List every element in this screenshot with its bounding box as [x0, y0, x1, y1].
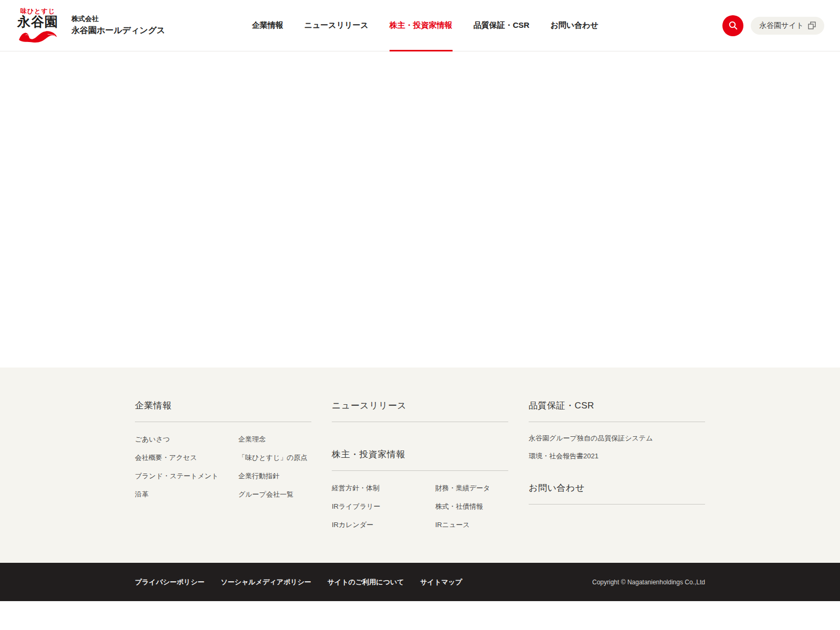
footer-link-management-policy[interactable]: 経営方針・体制: [332, 484, 380, 492]
footer-links-ir-right: 財務・業績データ 株式・社債情報 IRニュース: [435, 484, 508, 539]
footer-link-philosophy[interactable]: 企業理念: [238, 435, 266, 443]
footer-link-history[interactable]: 沿革: [135, 490, 149, 498]
nav-item-contact[interactable]: お問い合わせ: [550, 0, 598, 51]
nagatanien-site-button[interactable]: 永谷園サイト: [751, 17, 824, 35]
bottom-link-site-usage[interactable]: サイトのご利用について: [328, 578, 404, 587]
footer-column-csr-contact: 品質保証・CSR 永谷園グループ独自の品質保証システム 環境・社会報告書2021…: [529, 400, 705, 539]
footer-link-company-overview[interactable]: 会社概要・アクセス: [135, 454, 197, 461]
footer-link-ir-calendar[interactable]: IRカレンダー: [332, 521, 373, 529]
bottom-link-sitemap[interactable]: サイトマップ: [421, 578, 463, 587]
main-nav: 企業情報 ニュースリリース 株主・投資家情報 品質保証・CSR お問い合わせ: [252, 0, 598, 51]
divider: [529, 504, 705, 505]
divider: [135, 422, 311, 422]
footer-link-code-of-conduct[interactable]: 企業行動指針: [238, 472, 279, 480]
nav-item-csr[interactable]: 品質保証・CSR: [474, 0, 530, 51]
footer-heading-csr[interactable]: 品質保証・CSR: [529, 401, 594, 411]
nagatanien-site-button-label: 永谷園サイト: [759, 21, 804, 30]
footer-link-aji-hitosuji-origin[interactable]: 「味ひとすじ」の原点: [238, 454, 308, 461]
header: 味ひとすじ 永谷園 株式会社 永谷園ホールディングス 企業情報 ニュースリリース…: [0, 0, 840, 51]
main-content-empty: [0, 51, 840, 368]
divider: [332, 470, 508, 471]
footer: 企業情報 ごあいさつ 会社概要・アクセス ブランド・ステートメント 沿革 企業理…: [0, 368, 840, 563]
logo-brand-text: 永谷園: [17, 15, 58, 28]
footer-link-financial-data[interactable]: 財務・業績データ: [435, 484, 490, 492]
footer-links-ir-left: 経営方針・体制 IRライブラリー IRカレンダー: [332, 484, 435, 539]
footer-column-corporate: 企業情報 ごあいさつ 会社概要・アクセス ブランド・ステートメント 沿革 企業理…: [135, 400, 311, 539]
company-name: 株式会社 永谷園ホールディングス: [71, 14, 165, 36]
bottom-link-social-media-policy[interactable]: ソーシャルメディアポリシー: [220, 578, 311, 587]
footer-links-corporate-left: ごあいさつ 会社概要・アクセス ブランド・ステートメント 沿革: [135, 435, 238, 508]
footer-heading-ir[interactable]: 株主・投資家情報: [332, 448, 508, 460]
external-window-icon: [808, 22, 816, 29]
divider: [529, 422, 705, 422]
divider: [332, 422, 508, 422]
logo-tagline: 味ひとすじ: [17, 8, 58, 14]
bottom-link-privacy-policy[interactable]: プライバシーポリシー: [135, 578, 204, 587]
bottom-bar: プライバシーポリシー ソーシャルメディアポリシー サイトのご利用について サイト…: [0, 563, 840, 601]
copyright-text: Copyright © Nagatanienholdings Co.,Ltd: [592, 579, 705, 586]
footer-links-corporate-right: 企業理念 「味ひとすじ」の原点 企業行動指針 グループ会社一覧: [238, 435, 311, 508]
footer-heading-news[interactable]: ニュースリリース: [332, 401, 406, 411]
footer-heading-contact[interactable]: お問い合わせ: [529, 482, 705, 494]
footer-link-csr-report[interactable]: 環境・社会報告書2021: [529, 452, 598, 460]
brand-logo[interactable]: 味ひとすじ 永谷園: [17, 8, 58, 44]
company-name-line2: 永谷園ホールディングス: [71, 24, 165, 36]
company-name-line1: 株式会社: [71, 14, 165, 24]
footer-column-news-ir: ニュースリリース 株主・投資家情報 経営方針・体制 IRライブラリー IRカレン…: [332, 400, 508, 539]
nav-item-corporate[interactable]: 企業情報: [252, 0, 284, 51]
footer-link-brand-statement[interactable]: ブランド・ステートメント: [135, 472, 218, 480]
footer-link-greeting[interactable]: ごあいさつ: [135, 435, 170, 443]
footer-link-ir-library[interactable]: IRライブラリー: [332, 502, 381, 510]
search-button[interactable]: [722, 15, 743, 36]
footer-link-group-companies[interactable]: グループ会社一覧: [238, 490, 293, 498]
page-end-space: [0, 601, 840, 630]
nav-item-news[interactable]: ニュースリリース: [304, 0, 369, 51]
footer-link-quality-system[interactable]: 永谷園グループ独自の品質保証システム: [529, 434, 653, 442]
header-actions: 永谷園サイト: [722, 15, 824, 36]
footer-link-stock-bond-info[interactable]: 株式・社債情報: [435, 502, 483, 510]
logo-swoosh-icon: [17, 29, 58, 44]
footer-link-ir-news[interactable]: IRニュース: [435, 521, 470, 529]
footer-heading-corporate[interactable]: 企業情報: [135, 401, 172, 411]
bottom-bar-links: プライバシーポリシー ソーシャルメディアポリシー サイトのご利用について サイト…: [135, 578, 462, 587]
footer-links-csr: 永谷園グループ独自の品質保証システム 環境・社会報告書2021: [529, 434, 705, 461]
nav-item-ir[interactable]: 株主・投資家情報: [390, 0, 453, 51]
magnifier-icon: [729, 21, 738, 30]
